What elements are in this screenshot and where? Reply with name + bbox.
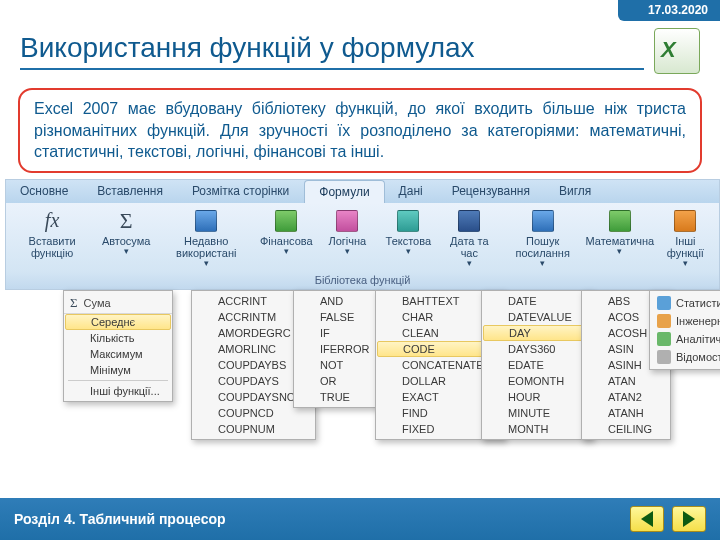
chevron-down-icon: ▾ — [540, 258, 545, 268]
chevron-down-icon: ▾ — [345, 246, 350, 256]
tab-insert[interactable]: Вставлення — [83, 180, 178, 203]
book-icon — [528, 208, 558, 234]
tab-layout[interactable]: Розмітка сторінки — [178, 180, 304, 203]
menu-item[interactable]: Мінімум — [64, 362, 172, 378]
menu-item[interactable]: Середнє — [65, 314, 171, 330]
ribbon: Основне Вставлення Розмітка сторінки Фор… — [5, 179, 720, 290]
datetime-button[interactable]: Дата та час ▾ — [440, 206, 498, 270]
ribbon-tabs: Основне Вставлення Розмітка сторінки Фор… — [6, 180, 719, 203]
chevron-down-icon: ▾ — [467, 258, 472, 268]
submenu-item[interactable]: Аналітичні ▸ — [653, 330, 720, 348]
recent-button[interactable]: Недавно використані ▾ — [158, 206, 254, 270]
sigma-icon: Σ — [111, 208, 141, 234]
menu-item[interactable]: OR — [294, 373, 382, 389]
logical-menu: AND FALSE IF IFERROR NOT OR TRUE — [293, 290, 383, 408]
date-badge: 17.03.2020 — [618, 0, 720, 21]
ribbon-group-label: Бібліотека функцій — [6, 272, 719, 289]
datetime-menu: DATE DATEVALUE DAY DAYS360 EDATE EOMONTH… — [481, 290, 593, 440]
menu-item[interactable]: IF — [294, 325, 382, 341]
submenu-item[interactable]: Інженерні ▸ — [653, 312, 720, 330]
menu-item[interactable]: DATE — [482, 293, 592, 309]
menu-item[interactable]: NOT — [294, 357, 382, 373]
recent-label: Недавно використані — [164, 235, 248, 259]
menu-item[interactable]: MONTH — [482, 421, 592, 437]
menu-item[interactable]: IFERROR — [294, 341, 382, 357]
autosum-button[interactable]: Σ Автосума ▾ — [97, 206, 155, 270]
math-button[interactable]: Математична ▾ — [587, 206, 653, 270]
menu-item[interactable]: CEILING — [582, 421, 670, 437]
tab-formulas[interactable]: Формули — [304, 180, 384, 203]
submenu-item[interactable]: Статистична ▸ — [653, 294, 720, 312]
more-functions-submenu: Статистична ▸ Інженерні ▸ Аналітичні ▸ В… — [649, 290, 720, 370]
dropdown-area: Σ Сума Середнє Кількість Максимум Мініму… — [5, 290, 720, 480]
menu-item[interactable]: ATANH — [582, 405, 670, 421]
menu-item[interactable]: HOUR — [482, 389, 592, 405]
submenu-label: Інженерні — [676, 315, 720, 327]
book-icon — [657, 350, 671, 364]
menu-item[interactable]: EDATE — [482, 357, 592, 373]
menu-item[interactable]: DAYS360 — [482, 341, 592, 357]
tab-home[interactable]: Основне — [6, 180, 83, 203]
book-icon — [605, 208, 635, 234]
book-icon — [657, 332, 671, 346]
book-icon — [393, 208, 423, 234]
menu-item[interactable]: AND — [294, 293, 382, 309]
menu-item[interactable]: MINUTE — [482, 405, 592, 421]
menu-item[interactable]: FALSE — [294, 309, 382, 325]
menu-item[interactable]: COUPNUM — [192, 421, 315, 437]
menu-item[interactable]: EOMONTH — [482, 373, 592, 389]
tab-data[interactable]: Дані — [385, 180, 438, 203]
book-icon — [271, 208, 301, 234]
insert-function-button[interactable]: fx Вставити функцію — [10, 206, 94, 270]
submenu-label: Статистична — [676, 297, 720, 309]
tab-review[interactable]: Рецензування — [438, 180, 545, 203]
page-title: Використання функцій у формулах — [20, 32, 644, 70]
book-icon — [657, 296, 671, 310]
fx-icon: fx — [37, 208, 67, 234]
submenu-item[interactable]: Відомості ▸ — [653, 348, 720, 366]
menu-item[interactable]: Кількість — [64, 330, 172, 346]
chevron-down-icon: ▾ — [617, 246, 622, 256]
footer-bar: Розділ 4. Табличний процесор — [0, 498, 720, 540]
menu-item[interactable]: DAY — [483, 325, 591, 341]
more-functions-label: Інші функції — [662, 235, 709, 259]
prev-slide-button[interactable] — [630, 506, 664, 532]
logical-button[interactable]: Логічна ▾ — [318, 206, 376, 270]
menu-item[interactable]: ATAN — [582, 373, 670, 389]
triangle-left-icon — [641, 511, 653, 527]
chevron-down-icon: ▾ — [683, 258, 688, 268]
submenu-label: Аналітичні — [676, 333, 720, 345]
chevron-down-icon: ▾ — [204, 258, 209, 268]
triangle-right-icon — [683, 511, 695, 527]
menu-item[interactable]: DATEVALUE — [482, 309, 592, 325]
chevron-down-icon: ▾ — [284, 246, 289, 256]
text-button[interactable]: Текстова ▾ — [379, 206, 437, 270]
submenu-label: Відомості — [676, 351, 720, 363]
chevron-down-icon: ▾ — [406, 246, 411, 256]
menu-item[interactable]: Максимум — [64, 346, 172, 362]
autosum-header: Сума — [84, 297, 111, 309]
book-icon — [332, 208, 362, 234]
datetime-label: Дата та час — [446, 235, 492, 259]
autosum-menu: Σ Сума Середнє Кількість Максимум Мініму… — [63, 290, 173, 402]
book-icon — [657, 314, 671, 328]
info-text: Excel 2007 має вбудовану бібліотеку функ… — [18, 88, 702, 173]
menu-item-more[interactable]: Інші функції... — [64, 383, 172, 399]
book-icon — [670, 208, 700, 234]
insert-function-label: Вставити функцію — [16, 235, 88, 259]
menu-item[interactable]: TRUE — [294, 389, 382, 405]
chevron-down-icon: ▾ — [124, 246, 129, 256]
next-slide-button[interactable] — [672, 506, 706, 532]
lookup-button[interactable]: Пошук посилання ▾ — [501, 206, 584, 270]
menu-item[interactable]: ATAN2 — [582, 389, 670, 405]
footer-text: Розділ 4. Табличний процесор — [14, 511, 226, 527]
more-functions-button[interactable]: Інші функції ▾ — [656, 206, 715, 270]
sigma-icon: Σ — [70, 295, 78, 311]
book-icon — [191, 208, 221, 234]
tab-view[interactable]: Вигля — [545, 180, 606, 203]
excel-icon — [654, 28, 700, 74]
financial-button[interactable]: Фінансова ▾ — [257, 206, 315, 270]
lookup-label: Пошук посилання — [507, 235, 578, 259]
book-icon — [454, 208, 484, 234]
